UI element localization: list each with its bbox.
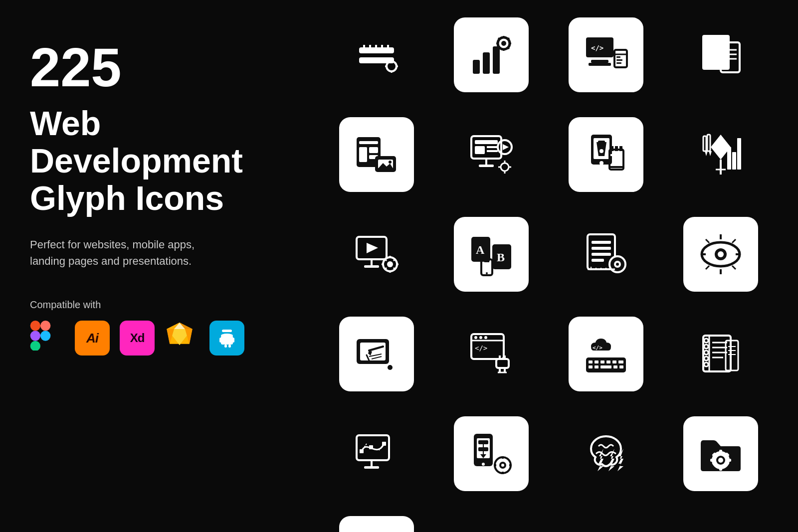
svg-rect-58 (717, 50, 727, 52)
pen-tools-icon (683, 117, 758, 192)
newspaper-layout-icon (339, 516, 414, 532)
ab-test-icon: A B (454, 217, 529, 292)
icon-cell-brain-lightning (549, 404, 663, 504)
icon-cell-chess-tablet (549, 105, 663, 204)
svg-point-139 (616, 263, 619, 266)
svg-rect-114 (364, 265, 379, 268)
svg-line-155 (732, 239, 736, 243)
svg-point-35 (501, 41, 506, 46)
svg-rect-181 (600, 360, 604, 363)
icon-cell-monitor-news (434, 105, 549, 204)
notepad-stack-icon (683, 317, 758, 391)
svg-rect-66 (359, 141, 378, 144)
svg-point-196 (704, 362, 708, 366)
svg-rect-103 (727, 147, 731, 170)
icon-cell-gear-chart (434, 5, 549, 105)
mobile-flowchart-icon (454, 416, 529, 491)
svg-marker-109 (705, 151, 708, 156)
svg-rect-186 (595, 365, 598, 368)
svg-rect-106 (737, 138, 741, 143)
svg-rect-95 (610, 154, 622, 156)
code-plugin-icon: </> (454, 317, 529, 391)
svg-point-130 (486, 272, 488, 274)
svg-text:A: A (476, 243, 485, 256)
svg-rect-79 (487, 146, 498, 148)
svg-rect-236 (710, 459, 714, 462)
video-monitor-icon (339, 217, 414, 292)
icon-cell-settings-eye (663, 504, 778, 532)
svg-rect-33 (493, 46, 500, 74)
svg-rect-12 (222, 330, 232, 332)
svg-point-193 (704, 345, 708, 349)
svg-rect-234 (719, 450, 722, 454)
svg-line-156 (706, 266, 709, 269)
svg-rect-188 (613, 365, 617, 368)
icon-cell-pen-tools (663, 105, 778, 204)
description: Perfect for websites, mobile apps,landin… (30, 236, 269, 269)
svg-rect-207 (364, 466, 379, 469)
svg-rect-158 (360, 343, 386, 360)
icon-cell-ai-file: Ai (434, 504, 549, 532)
settings-eye-icon (683, 516, 758, 532)
pot-icon (209, 321, 244, 355)
svg-point-168 (479, 336, 482, 339)
icon-cell-vector-monitor (319, 404, 434, 504)
svg-rect-47 (589, 63, 611, 66)
app-icons-row: Ai Xd (30, 321, 269, 355)
icon-cell-folder-gear (663, 404, 778, 504)
svg-point-167 (474, 336, 477, 339)
svg-point-4 (40, 331, 50, 341)
code-monitor-icon: </> (569, 17, 643, 92)
main-title: Web Development Glyph Icons (30, 105, 269, 216)
svg-marker-112 (367, 243, 378, 253)
icon-cell-tablet-pen (319, 304, 434, 404)
svg-rect-80 (487, 150, 498, 152)
icon-cell-news-doc (663, 5, 778, 105)
vector-monitor-icon (339, 416, 414, 491)
svg-marker-110 (709, 151, 712, 156)
va-typography-icon: V/A (569, 516, 643, 532)
svg-marker-82 (503, 144, 509, 150)
icon-cell-cloud-code: </> (549, 304, 663, 404)
svg-rect-180 (595, 360, 598, 363)
svg-line-153 (706, 239, 709, 243)
icon-cell-notepad-stack (663, 304, 778, 404)
svg-rect-136 (592, 259, 604, 262)
svg-rect-14 (221, 336, 233, 345)
svg-rect-92 (610, 146, 613, 151)
eye-rays-icon (683, 217, 758, 292)
svg-rect-105 (737, 142, 741, 170)
svg-rect-178 (586, 357, 626, 372)
svg-rect-16 (232, 338, 234, 343)
svg-rect-53 (616, 62, 621, 64)
svg-point-169 (484, 336, 487, 339)
svg-point-194 (704, 351, 708, 355)
sketch-icon (165, 321, 200, 355)
svg-rect-98 (598, 141, 605, 143)
svg-point-195 (704, 356, 708, 360)
icon-cell-newspaper-layout (319, 504, 434, 532)
icon-cell-eye-rays (663, 204, 778, 304)
svg-rect-25 (387, 45, 389, 50)
compatible-label: Compatible with (30, 299, 269, 311)
icon-cell-mobile-flowchart (434, 404, 549, 504)
svg-rect-60 (705, 63, 727, 65)
svg-text:</>: </> (593, 345, 602, 351)
svg-point-148 (718, 251, 724, 257)
svg-rect-15 (219, 338, 222, 343)
svg-rect-67 (359, 147, 367, 162)
tablet-pen-icon (339, 317, 414, 391)
ai-file-icon: Ai (454, 516, 529, 532)
svg-rect-51 (616, 56, 620, 58)
svg-rect-17 (224, 345, 227, 348)
settings-ruler-icon (339, 17, 414, 92)
svg-text:B: B (497, 251, 505, 264)
gear-chart-icon (454, 17, 529, 92)
settings-doc-icon (569, 217, 643, 292)
svg-text:</>: </> (475, 344, 487, 352)
icon-cell-code-monitor: </> (549, 5, 663, 105)
svg-point-83 (501, 163, 509, 171)
svg-rect-57 (717, 46, 727, 48)
svg-rect-189 (619, 365, 623, 368)
svg-point-233 (718, 458, 723, 463)
